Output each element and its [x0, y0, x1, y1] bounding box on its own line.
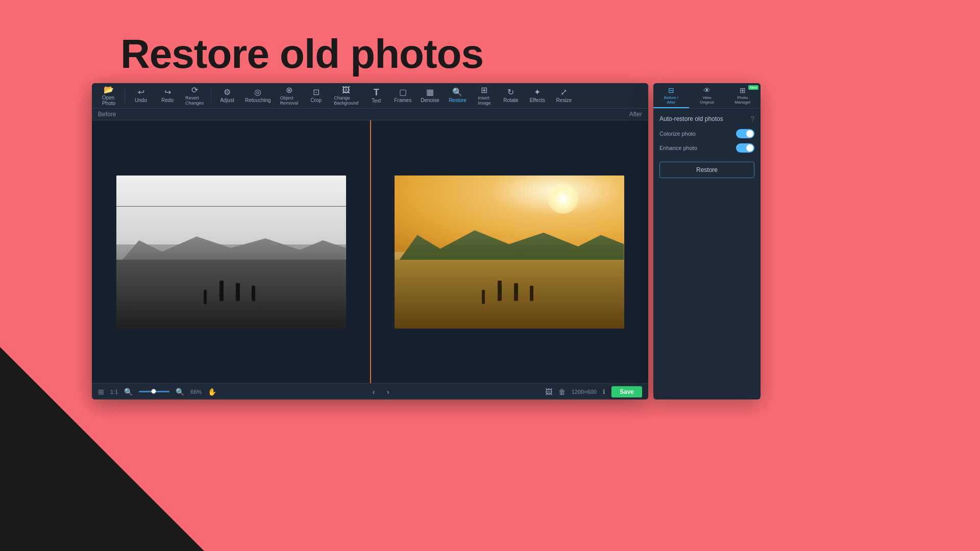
enhance-toggle-row: Enhance photo	[659, 143, 754, 153]
image-icon: 🖼	[545, 388, 552, 396]
photo-manager-icon: ⊞	[740, 86, 746, 94]
zoom-out-icon[interactable]: 🔍	[176, 388, 184, 396]
insert-image-button[interactable]: ⊞ InsertImage	[472, 84, 497, 108]
info-icon[interactable]: ℹ	[603, 388, 605, 395]
photo-manager-label: PhotoManager	[734, 95, 751, 105]
revert-icon: ⟳	[191, 86, 198, 94]
denoise-icon: ▦	[426, 88, 434, 96]
undo-button[interactable]: ↩ Undo	[128, 86, 154, 105]
resize-label: Resize	[556, 97, 572, 103]
color-sky	[395, 176, 624, 252]
enhance-label: Enhance photo	[659, 145, 697, 151]
color-figure-4	[482, 290, 485, 304]
color-figure-3	[530, 286, 533, 301]
panel-section-title-text: Auto-restore old photos	[659, 115, 723, 122]
zoom-slider[interactable]	[139, 391, 169, 392]
object-removal-icon: ⊗	[286, 86, 292, 94]
resize-icon: ⤢	[560, 88, 567, 96]
text-icon: T	[374, 88, 379, 97]
color-figure-2	[514, 283, 518, 301]
frames-button[interactable]: ▢ Frames	[390, 86, 415, 105]
ratio-value: 1:1	[110, 389, 118, 395]
app-window: 📂 OpenPhoto ↩ Undo ↪ Redo ⟳ RevertChange…	[92, 83, 648, 399]
after-photo	[395, 176, 624, 329]
save-button[interactable]: Save	[611, 386, 642, 397]
bw-sky	[116, 176, 346, 244]
undo-label: Undo	[135, 97, 147, 103]
view-original-icon: 👁	[703, 86, 710, 94]
rotate-icon: ↻	[507, 88, 514, 96]
before-after-divider	[370, 120, 371, 383]
colorize-label: Colorize photo	[659, 131, 696, 137]
status-right: 🖼 🗑 1200×600 ℹ Save	[545, 386, 642, 397]
view-original-button[interactable]: 👁 ViewOriginal	[689, 83, 725, 108]
page-title: Restore old photos	[120, 31, 483, 78]
effects-button[interactable]: ✦ Effects	[525, 86, 550, 105]
canvas-area: Before After	[92, 109, 648, 383]
dimensions-value: 1200×600	[572, 389, 597, 395]
next-arrow[interactable]: ›	[383, 387, 393, 397]
photo-manager-button[interactable]: ⊞ PhotoManager New	[725, 83, 761, 108]
frames-icon: ▢	[399, 88, 407, 96]
zoom-in-icon[interactable]: 🔍	[124, 388, 133, 396]
toolbar-sep-1	[125, 88, 125, 104]
object-removal-button[interactable]: ⊗ ObjectRemoval	[276, 84, 303, 108]
bw-wires	[116, 206, 346, 207]
redo-icon: ↪	[164, 88, 171, 96]
enhance-toggle[interactable]	[736, 143, 754, 153]
zoom-handle[interactable]	[151, 389, 156, 394]
status-left: ⊞ 1:1 🔍 🔍 66% ✋	[98, 388, 216, 396]
change-bg-label: ChangeBackground	[334, 95, 358, 106]
after-label: After	[629, 111, 642, 118]
redo-button[interactable]: ↪ Redo	[155, 86, 180, 105]
colorize-toggle[interactable]	[736, 129, 754, 138]
redo-label: Redo	[161, 97, 174, 103]
prev-arrow[interactable]: ‹	[369, 387, 379, 397]
before-after-labels: Before After	[92, 109, 648, 120]
change-background-button[interactable]: 🖼 ChangeBackground	[330, 84, 362, 108]
rotate-label: Rotate	[503, 97, 518, 103]
insert-image-icon: ⊞	[481, 86, 487, 94]
colorize-toggle-row: Colorize photo	[659, 129, 754, 138]
restore-action-button[interactable]: Restore	[659, 162, 754, 178]
restore-label: Restore	[449, 97, 467, 103]
effects-icon: ✦	[534, 88, 541, 96]
trash-icon[interactable]: 🗑	[558, 388, 566, 396]
nav-arrows: ‹ ›	[369, 387, 393, 397]
object-removal-label: ObjectRemoval	[280, 95, 299, 106]
toolbar: 📂 OpenPhoto ↩ Undo ↪ Redo ⟳ RevertChange…	[92, 83, 648, 109]
figure-2	[236, 283, 240, 301]
view-original-label: ViewOriginal	[700, 95, 714, 105]
text-label: Text	[372, 98, 381, 104]
before-after-view-button[interactable]: ⊟ Before /After	[653, 83, 689, 108]
adjust-icon: ⚙	[224, 88, 231, 96]
figure-1	[219, 281, 224, 301]
retouching-button[interactable]: ◎ Retouching	[241, 86, 275, 105]
rotate-button[interactable]: ↻ Rotate	[498, 86, 524, 105]
new-badge: New	[748, 85, 758, 90]
adjust-button[interactable]: ⚙ Adjust	[214, 86, 240, 105]
text-button[interactable]: T Text	[363, 86, 389, 106]
denoise-button[interactable]: ▦ Denoise	[416, 86, 444, 105]
figure-4	[204, 290, 207, 304]
hand-icon[interactable]: ✋	[208, 388, 216, 396]
effects-label: Effects	[530, 97, 545, 103]
restore-icon: 🔍	[452, 88, 462, 96]
undo-icon: ↩	[138, 88, 144, 96]
status-bar: ⊞ 1:1 🔍 🔍 66% ✋ ‹ › 🖼 🗑 1200×600 ℹ Save	[92, 383, 648, 399]
right-panel: ⊟ Before /After 👁 ViewOriginal ⊞ PhotoMa…	[653, 83, 761, 399]
retouching-label: Retouching	[245, 97, 271, 103]
crop-button[interactable]: ⊡ Crop	[303, 86, 329, 105]
open-photo-label: OpenPhoto	[102, 95, 115, 106]
panel-section-header: Auto-restore old photos ?	[659, 115, 754, 123]
right-panel-content: Auto-restore old photos ? Colorize photo…	[653, 109, 761, 184]
resize-button[interactable]: ⤢ Resize	[551, 86, 577, 105]
fit-icon[interactable]: ⊞	[98, 388, 104, 396]
images-container	[92, 120, 648, 383]
open-photo-button[interactable]: 📂 OpenPhoto	[96, 84, 121, 108]
restore-button[interactable]: 🔍 Restore	[445, 86, 471, 105]
revert-button[interactable]: ⟳ RevertChanges	[181, 84, 208, 108]
help-icon[interactable]: ?	[750, 115, 754, 123]
retouching-icon: ◎	[254, 88, 261, 96]
adjust-label: Adjust	[220, 97, 234, 103]
